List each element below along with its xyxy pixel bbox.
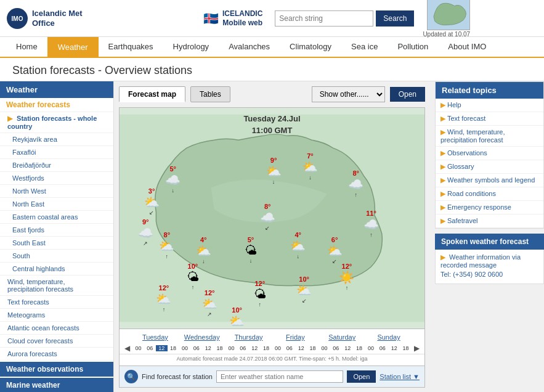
station-open-button[interactable]: Open xyxy=(347,370,376,383)
logo-icon: IMO xyxy=(6,7,28,30)
nav-item-about-imo[interactable]: About IMO xyxy=(438,37,496,57)
tick-00: 00 xyxy=(132,345,144,351)
logo-text: Icelandic Met Office xyxy=(32,9,83,28)
day-sunday[interactable]: Sunday xyxy=(365,333,412,341)
day-thursday[interactable]: Thursday xyxy=(225,333,272,341)
sidebar: Weather Weather forecasts ▶ Station fore… xyxy=(0,81,114,392)
sidebar-item-wind-temp[interactable]: Wind, temperature,precipitation forecast… xyxy=(0,276,113,296)
nav-item-hydrology[interactable]: Hydrology xyxy=(163,37,219,57)
related-item-safetravel[interactable]: ▶Safetravel xyxy=(436,214,543,228)
spoken-item-recorded[interactable]: ▶ Weather information via recorded messa… xyxy=(440,253,538,269)
sidebar-item-aurora[interactable]: Aurora forecasts xyxy=(0,348,113,361)
nav-item-avalanches[interactable]: Avalanches xyxy=(219,37,280,57)
nav-item-earthquakes[interactable]: Earthquakes xyxy=(99,37,163,57)
sidebar-item-weather-forecasts[interactable]: Weather forecasts xyxy=(0,98,113,112)
sidebar-item-reykjavik[interactable]: Reykjavík area xyxy=(0,133,113,146)
tick-06b: 06 xyxy=(190,345,202,351)
sidebar-item-north-west[interactable]: North West xyxy=(0,185,113,198)
language-label: ICELANDIC Mobile web xyxy=(222,9,262,27)
tick-12b: 12 xyxy=(202,345,214,351)
tick-06: 06 xyxy=(144,345,156,351)
svg-text:IMO: IMO xyxy=(12,15,23,22)
tick-18b: 18 xyxy=(214,345,225,351)
sidebar-marine-weather[interactable]: Marine weather xyxy=(0,378,113,392)
related-item-weather-symbols[interactable]: ▶Weather symbols and legend xyxy=(436,174,543,187)
tick-18f: 18 xyxy=(400,345,412,351)
search-button[interactable]: Search xyxy=(376,10,414,27)
page-title: Station forecasts - Overview stations xyxy=(12,64,532,77)
related-item-text-forecast[interactable]: ▶Text forecast xyxy=(436,112,543,126)
tick-06c: 06 xyxy=(237,345,249,351)
related-topics-header: Related topics xyxy=(436,82,543,99)
day-saturday[interactable]: Saturday xyxy=(319,333,365,341)
show-other-dropdown[interactable]: Show other...... xyxy=(312,86,385,102)
nav-item-pollution[interactable]: Pollution xyxy=(388,37,438,57)
timeline-left-arrow[interactable]: ◀ xyxy=(122,344,132,353)
station-list-link[interactable]: Station list ▼ xyxy=(380,373,420,380)
day-tuesday[interactable]: Tuesday xyxy=(132,333,179,341)
day-wednesday[interactable]: Wednesday xyxy=(179,333,225,341)
sidebar-item-north-east[interactable]: North East xyxy=(0,198,113,211)
sidebar-item-atlantic-ocean[interactable]: Atlantic ocean forecasts xyxy=(0,322,113,335)
sidebar-item-text-forecasts[interactable]: Text forecasts xyxy=(0,296,113,309)
sidebar-item-eastern-coastal[interactable]: Eastern coastal areas xyxy=(0,211,113,224)
tick-18c: 18 xyxy=(261,345,272,351)
right-panel: Related topics ▶Help ▶Text forecast ▶Win… xyxy=(430,81,544,392)
magnify-icon: 🔍 xyxy=(124,370,138,383)
day-labels: Tuesday Wednesday Thursday Friday Saturd… xyxy=(120,332,424,343)
sidebar-item-breidafjordur[interactable]: Breiðafjörður xyxy=(0,159,113,172)
spoken-forecast-body: ▶ Weather information via recorded messa… xyxy=(435,250,544,284)
language-selector[interactable]: 🇮🇸 ICELANDIC Mobile web xyxy=(203,9,262,27)
tick-00c: 00 xyxy=(225,345,237,351)
related-item-road-conditions[interactable]: ▶Road conditions xyxy=(436,187,543,201)
sidebar-item-central-highlands[interactable]: Central highlands xyxy=(0,263,113,276)
related-item-emergency[interactable]: ▶Emergency response xyxy=(436,201,543,214)
time-bar: ◀ 00 06 12 18 00 06 12 18 00 06 12 18 00… xyxy=(120,343,424,354)
tick-12c: 12 xyxy=(249,345,261,351)
sidebar-weather-header: Weather xyxy=(0,81,113,98)
related-item-wind-temp[interactable]: ▶Wind, temperature, precipitation foreca… xyxy=(436,126,543,147)
tab-forecast-map[interactable]: Forecast map xyxy=(119,86,185,102)
page-title-bar: Station forecasts - Overview stations xyxy=(0,58,544,81)
search-input[interactable] xyxy=(275,10,373,27)
sidebar-item-meteograms[interactable]: Meteograms xyxy=(0,309,113,322)
spoken-forecast-panel: Spoken weather forecast ▶ Weather inform… xyxy=(435,234,544,284)
tick-12e: 12 xyxy=(342,345,354,351)
sidebar-weather-observations[interactable]: Weather observations xyxy=(0,362,113,377)
timeline-right-arrow[interactable]: ▶ xyxy=(412,344,422,353)
tick-18d: 18 xyxy=(307,345,319,351)
sidebar-item-east-fjords[interactable]: East fjords xyxy=(0,224,113,237)
sidebar-item-cloud-cover[interactable]: Cloud cover forecasts xyxy=(0,335,113,348)
related-item-help[interactable]: ▶Help xyxy=(436,99,543,112)
weather-map: Tuesday 24.Jul 11:00 GMT 3° ⛅ ↙ 9° ☁️ ↗ … xyxy=(119,107,425,329)
sidebar-item-station-forecasts[interactable]: ▶ Station forecasts - whole country xyxy=(0,112,113,133)
tick-00f: 00 xyxy=(365,345,377,351)
tick-12d: 12 xyxy=(295,345,307,351)
station-search-bar: 🔍 Find forecast for station Open Station… xyxy=(119,366,425,388)
iceland-map-thumbnail xyxy=(427,0,470,30)
tick-00e: 00 xyxy=(319,345,330,351)
flag-icon: 🇮🇸 xyxy=(203,11,219,26)
sidebar-item-south[interactable]: South xyxy=(0,250,113,263)
station-name-input[interactable] xyxy=(216,370,343,383)
logo-area: IMO Icelandic Met Office xyxy=(6,7,92,30)
nav-item-home[interactable]: Home xyxy=(6,37,47,57)
spoken-item-phone: Tel: (+354) 902 0600 xyxy=(440,271,538,278)
related-item-observations[interactable]: ▶Observations xyxy=(436,147,543,160)
tick-06d: 06 xyxy=(283,345,295,351)
tick-06f: 06 xyxy=(376,345,388,351)
forecast-tabs-bar: Forecast map Tables Show other...... Ope… xyxy=(119,86,425,102)
nav-item-climatology[interactable]: Climatology xyxy=(280,37,341,57)
related-item-glossary[interactable]: ▶Glossary xyxy=(436,160,543,174)
tick-06e: 06 xyxy=(330,345,342,351)
tick-18: 18 xyxy=(168,345,179,351)
nav-item-weather[interactable]: Weather xyxy=(47,37,99,57)
day-friday[interactable]: Friday xyxy=(272,333,319,341)
sidebar-item-south-east[interactable]: South East xyxy=(0,237,113,250)
open-button[interactable]: Open xyxy=(390,87,425,102)
tick-12-current[interactable]: 12 xyxy=(156,345,168,351)
nav-item-sea-ice[interactable]: Sea ice xyxy=(341,37,388,57)
sidebar-item-faxafloi[interactable]: Faxaflói xyxy=(0,146,113,159)
sidebar-item-westfjords[interactable]: Westfjords xyxy=(0,172,113,185)
tab-tables[interactable]: Tables xyxy=(190,86,230,102)
